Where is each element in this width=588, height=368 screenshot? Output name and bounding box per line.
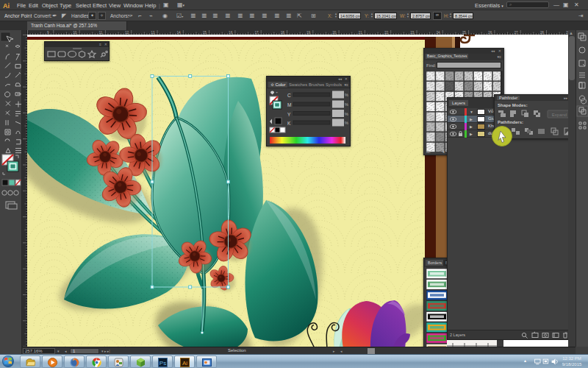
svg-text:28: 28 [540, 31, 545, 35]
svg-text:12: 12 [125, 31, 129, 35]
svg-text:⁺: ⁺ [276, 91, 278, 96]
svg-text:15: 15 [203, 31, 207, 35]
svg-text:Y: Y [287, 112, 291, 117]
svg-text:Ai: Ai [182, 360, 187, 367]
svg-text:%: % [345, 102, 348, 107]
svg-text:19: 19 [306, 31, 311, 35]
svg-text:21: 21 [359, 31, 363, 35]
svg-text:16: 16 [229, 31, 233, 35]
svg-text:10: 10 [73, 31, 77, 35]
svg-text:22: 22 [384, 31, 389, 35]
svg-text:17: 17 [254, 31, 259, 35]
svg-text:26: 26 [488, 31, 492, 35]
svg-text:20: 20 [332, 31, 337, 35]
svg-text:9: 9 [47, 31, 49, 35]
svg-text:27: 27 [514, 31, 518, 35]
svg-text:13: 13 [151, 31, 155, 35]
svg-text:14: 14 [177, 31, 182, 35]
svg-text:18: 18 [281, 31, 285, 35]
svg-text:Expand: Expand [552, 113, 567, 117]
svg-text:C: C [287, 93, 291, 98]
svg-text:25: 25 [462, 31, 467, 35]
svg-text:%: % [345, 121, 348, 125]
svg-text:%: % [345, 112, 348, 116]
svg-text:M: M [287, 102, 291, 107]
svg-text:Ps: Ps [159, 360, 166, 367]
svg-text:K: K [287, 121, 291, 126]
svg-text:11: 11 [99, 31, 103, 35]
svg-text:24: 24 [437, 31, 441, 35]
svg-text:23: 23 [410, 31, 415, 35]
svg-text:%: % [345, 93, 348, 97]
